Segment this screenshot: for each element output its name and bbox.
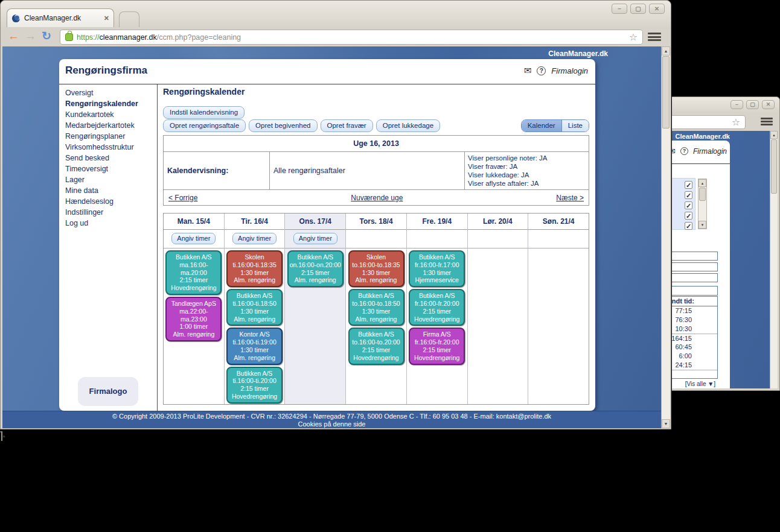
- cookies-link[interactable]: Cookies på denne side: [298, 420, 366, 428]
- appointment-tile[interactable]: Butikken A/Sma.16:00-ma.20:002:15 timerH…: [165, 250, 222, 295]
- scrollbar-thumb[interactable]: [771, 139, 777, 194]
- angiv-timer-button[interactable]: Angiv timer: [293, 233, 337, 244]
- hours-button-cell: Angiv timer: [285, 230, 345, 249]
- browser-tab[interactable]: CleanManager.dk ✕: [7, 8, 114, 27]
- toggle-liste[interactable]: Liste: [562, 120, 589, 131]
- appointment-line: Butikken A/S: [410, 292, 464, 300]
- scroll-up-icon[interactable]: ▲: [662, 46, 670, 55]
- minimize-icon[interactable]: –: [612, 4, 627, 14]
- main-scrollbar[interactable]: ▲ ▼: [661, 46, 670, 428]
- reload-icon[interactable]: ↻: [42, 28, 51, 44]
- angiv-timer-button[interactable]: Angiv timer: [171, 233, 216, 244]
- url-bar[interactable]: https://cleanmanager.dk/ccm.php?page=cle…: [60, 30, 643, 45]
- sidebar-item-virksomhedsstruktur[interactable]: Virksomhedsstruktur: [59, 142, 157, 153]
- sidebar-item-mine-data[interactable]: Mine data: [59, 185, 157, 196]
- next-week-link[interactable]: Næste >: [556, 194, 584, 202]
- create-button-opret-lukkedage[interactable]: Opret lukkedage: [376, 119, 440, 132]
- create-button-opret-reng-ringsaftale[interactable]: Opret rengøringsaftale: [163, 119, 246, 132]
- checkbox-list-scrollbar[interactable]: ▲ ▼: [698, 179, 707, 229]
- sidebar-item-h-ndelseslog[interactable]: Hændelseslog: [59, 196, 157, 207]
- side-url-bar[interactable]: ☆: [672, 115, 746, 129]
- filter-checkbox[interactable]: ✓: [685, 201, 692, 209]
- appointment-tile[interactable]: Butikken A/Sto.16:00-to.20:002:15 timerH…: [348, 328, 404, 364]
- sidebar-item-oversigt[interactable]: Oversigt: [59, 87, 157, 98]
- help-icon[interactable]: ?: [537, 66, 546, 75]
- sidebar-item-timeoversigt[interactable]: Timeoversigt: [59, 163, 157, 174]
- form-row[interactable]: [672, 262, 718, 271]
- create-button-opret-begivenhed[interactable]: Opret begivenhed: [249, 119, 317, 132]
- settings-calendar-view-button[interactable]: Indstil kalendervisning: [163, 106, 245, 119]
- login-label: Firmalogin: [693, 147, 727, 156]
- sidebar-item-send-besked[interactable]: Send besked: [59, 153, 157, 163]
- appointment-line: 1:00 timer: [167, 323, 220, 331]
- filter-checkbox[interactable]: ✓: [685, 222, 692, 230]
- appointment-line: to.16:00-to.18:35: [350, 261, 403, 269]
- side-scrollbar[interactable]: ▲: [770, 131, 778, 388]
- scroll-up-icon[interactable]: ▲: [770, 131, 778, 139]
- filter-checkbox[interactable]: ✓: [685, 181, 692, 189]
- side-content-panel: ✉ ? Firmalogin ✓✓✓✓✓ ▲ ▼ An: [672, 141, 730, 388]
- page-title: Rengøringskalender: [163, 87, 245, 97]
- appointment-line: Hovedrengøring: [228, 393, 281, 401]
- used-time-value: 6:00: [672, 352, 717, 361]
- view-flag: Viser aflyste aftaler: JA: [468, 179, 586, 188]
- appointment-tile[interactable]: Butikken A/Sfr.16:00-fr.17:001:30 timerH…: [409, 250, 465, 287]
- help-icon[interactable]: ?: [680, 147, 688, 155]
- appointment-tile[interactable]: Firma A/Sfr.16:05-fr.20:002:15 timerHove…: [409, 328, 465, 364]
- appointment-tile[interactable]: Kontor A/Sti.16:00-ti.19:001:30 timerAlm…: [226, 328, 283, 364]
- scrollbar-thumb[interactable]: [699, 188, 706, 201]
- sidebar-item-lager[interactable]: Lager: [59, 174, 157, 185]
- appointment-tile[interactable]: Tandlægen ApSma.22:00-ma.23:001:00 timer…: [165, 297, 222, 341]
- maximize-icon[interactable]: ▢: [630, 4, 646, 14]
- used-time-value: 77:15: [672, 306, 717, 315]
- scroll-down-icon[interactable]: ▼: [662, 419, 670, 428]
- close-icon[interactable]: ✕: [762, 100, 775, 109]
- appointment-tile[interactable]: Butikken A/Son.16:00-on.20:002:15 timerA…: [287, 250, 344, 287]
- create-button-opret-frav-r[interactable]: Opret fravær: [321, 119, 373, 132]
- envelope-icon[interactable]: ✉: [672, 147, 676, 156]
- new-tab-button[interactable]: [119, 11, 139, 27]
- close-icon[interactable]: ✕: [649, 4, 665, 14]
- angiv-timer-button[interactable]: Angiv timer: [232, 233, 277, 244]
- form-row[interactable]: [672, 286, 718, 296]
- appointment-tile[interactable]: Butikken A/Sti.16:00-ti.20:002:15 timerH…: [226, 367, 283, 404]
- current-week-link[interactable]: Nuværende uge: [351, 194, 403, 202]
- hamburger-menu-icon[interactable]: [759, 116, 774, 127]
- filter-checkbox[interactable]: ✓: [685, 212, 692, 220]
- envelope-icon[interactable]: ✉: [524, 65, 532, 76]
- appointment-tile[interactable]: Skolenti.16:00-ti.18:351:30 timerAlm. re…: [226, 250, 283, 287]
- bookmark-star-icon[interactable]: ☆: [732, 116, 740, 128]
- appointment-tile[interactable]: Skolento.16:00-to.18:351:30 timerAlm. re…: [348, 250, 404, 287]
- filter-checkbox[interactable]: ✓: [685, 191, 692, 199]
- sidebar-item-reng-ringskalender[interactable]: Rengøringskalender: [59, 98, 157, 109]
- appointment-line: Butikken A/S: [289, 253, 342, 261]
- forward-icon[interactable]: →: [25, 28, 36, 44]
- show-all-dropdown[interactable]: [Vis alle ▼]: [685, 381, 715, 387]
- company-logo: Firmalogo: [78, 377, 138, 406]
- prev-week-link[interactable]: < Forrige: [168, 194, 197, 202]
- sidebar-item-log-ud[interactable]: Log ud: [59, 218, 157, 229]
- appointment-tile[interactable]: Butikken A/Sfr.16:00-fr.20:002:15 timerH…: [409, 289, 465, 326]
- back-icon[interactable]: ←: [8, 28, 19, 44]
- hamburger-menu-icon[interactable]: [647, 31, 662, 42]
- form-row[interactable]: [672, 273, 718, 282]
- scrollbar-thumb[interactable]: [662, 56, 670, 128]
- appointment-line: Alm. rengøring: [228, 276, 281, 284]
- form-row[interactable]: [672, 252, 718, 261]
- appointment-tile[interactable]: Butikken A/Sti.16:00-ti.18:501:30 timerA…: [226, 289, 283, 326]
- appointment-tile[interactable]: Butikken A/Sto.16:00-to.18:501:30 timerA…: [348, 289, 404, 326]
- appointment-line: Alm. rengøring: [350, 276, 403, 284]
- appointment-line: Hovedrengøring: [350, 354, 403, 362]
- sidebar-item-reng-ringsplaner[interactable]: Rengøringsplaner: [59, 131, 157, 142]
- sidebar-item-indstillinger[interactable]: Indstillinger: [59, 207, 157, 218]
- tab-close-icon[interactable]: ✕: [104, 14, 109, 22]
- toggle-kalender[interactable]: Kalender: [522, 120, 562, 131]
- minimize-icon[interactable]: –: [730, 100, 743, 109]
- bookmark-star-icon[interactable]: ☆: [629, 31, 638, 43]
- scroll-down-icon[interactable]: ▼: [698, 221, 706, 229]
- maximize-icon[interactable]: ▢: [746, 100, 759, 109]
- sidebar-item-medarbejderkartotek[interactable]: Medarbejderkartotek: [59, 120, 157, 131]
- scroll-up-icon[interactable]: ▲: [698, 179, 706, 187]
- appointment-line: Alm. rengøring: [167, 331, 220, 338]
- sidebar-item-kundekartotek[interactable]: Kundekartotek: [59, 109, 157, 120]
